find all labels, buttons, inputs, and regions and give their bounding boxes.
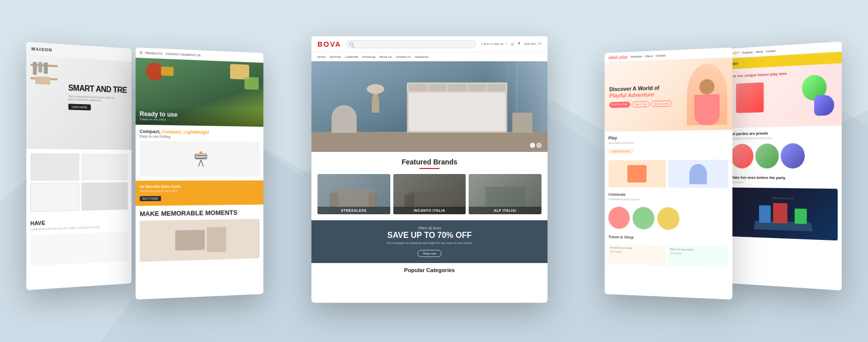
kids-hero: Discover A World of Playful Adventure Fi… [605, 58, 732, 132]
card-bbq[interactable]: ☰ PRODUCTS CONTACT US/ABOUT US Ready to … [136, 47, 263, 299]
bbq-buy-btn[interactable]: BUY IT NOW [140, 196, 161, 202]
kids-hero-title: Discover A World of Playful Adventure [609, 84, 687, 100]
bova-dot-2[interactable] [536, 143, 541, 148]
bova-featured-title: Featured Brands [317, 158, 541, 166]
kids-btn-1[interactable]: Find Play Zone [609, 102, 630, 108]
maison-cta-btn[interactable]: LEARN MORE [68, 104, 91, 110]
card-party[interactable]: INDY Products About Contact DAY! For our… [727, 41, 841, 290]
bova-logo: BOVA [317, 40, 341, 48]
bova-hero [311, 61, 548, 152]
kids-ideal-expression: ideal Expression [608, 149, 633, 154]
kids-nav-1[interactable]: Products [631, 55, 642, 58]
party-nav-2[interactable]: About [755, 50, 763, 53]
bova-brand-alf[interactable]: ALF ITALIA! [469, 174, 541, 214]
card-maison[interactable]: MAISON SMART AND TRE Text of paragraphs … [26, 42, 131, 290]
svg-point-8 [199, 151, 202, 154]
bova-popular-title: Popular Categories [317, 267, 541, 273]
party-nav-1[interactable]: Products [742, 50, 753, 54]
svg-line-7 [201, 160, 203, 166]
bova-shop-btn[interactable]: Shop now [417, 250, 442, 257]
bova-login-text: Log in or sign up [481, 42, 503, 46]
bova-location-icon: 📍 [517, 42, 521, 46]
kids-nav-3[interactable]: Contact [656, 54, 666, 57]
party-circles [727, 143, 841, 172]
bova-nav-about[interactable]: About Us [379, 55, 392, 58]
kids-nav-2[interactable]: About [645, 54, 653, 58]
bova-brand-grid: STRESSLESS INCANTO ITALIA ALF ITALIA! [317, 174, 541, 214]
bbq-bottom: MAKE MEMORABLE MOMENTS [136, 205, 263, 267]
bova-popular-section: Popular Categories [311, 263, 548, 277]
svg-line-6 [198, 160, 201, 166]
bbq-orange-banner: No Mess/No Extra Costs Find the best gri… [136, 181, 263, 206]
bova-offers-sub: Offers @ Bova [317, 226, 541, 230]
party-nav-3[interactable]: Contact [766, 49, 776, 52]
maison-hero-text: SMART AND TRE Text of paragraphs lorem i… [68, 83, 127, 111]
kids-circle-row [605, 204, 732, 234]
bova-offers-main: SAVE UP TO 70% OFF [317, 231, 541, 240]
kids-hero-btns: Find Play Zone Take a Tour More to Enjoy [609, 100, 687, 108]
bova-brand-label-stressless: STRESSLESS [317, 207, 390, 214]
bova-dot-1[interactable] [530, 143, 535, 148]
bbq-grill-icon [191, 149, 210, 169]
bova-offers-banner: Offers @ Bova SAVE UP TO 70% OFF Get a b… [311, 220, 548, 263]
party-fun-section: Make fun even before the party descripti… [727, 172, 841, 189]
party-hero: For our unique indoor play area [727, 63, 841, 128]
bova-brand-label-incanto: INCANTO ITALIA [393, 207, 466, 214]
bova-nav-services[interactable]: Services [330, 55, 341, 58]
bova-offers-desc: Get a bargain on amazing new looks for a… [317, 241, 541, 244]
bova-nav: Home Services Lookbook Financing About U… [311, 52, 548, 61]
kids-play-section: Play description text here ideal Express… [605, 130, 732, 158]
bova-brand-stressless[interactable]: STRESSLESS [317, 174, 390, 214]
maison-shelf [30, 64, 57, 85]
bova-search-icon [350, 42, 354, 46]
kids-grid [605, 157, 732, 190]
bova-featured-underline [419, 168, 440, 169]
bova-cart-icon[interactable]: 🛒 [510, 42, 515, 46]
bova-search-bar[interactable] [346, 40, 476, 48]
kids-btn-2[interactable]: Take a Tour [631, 101, 649, 108]
party-section: All parties are private description text… [727, 126, 841, 144]
kids-logo: ideal play [608, 54, 628, 60]
bova-nav-home[interactable]: Home [317, 55, 325, 58]
bbq-section: Compact, Compact, LightWeight Easy to us… [136, 125, 263, 181]
bova-carousel-dots[interactable] [530, 143, 541, 148]
bova-featured-section: Featured Brands STRESSLESS INCANTO ITALI… [311, 152, 548, 220]
kids-btn-3[interactable]: More to Enjoy [651, 101, 672, 107]
bova-nav-clearance[interactable]: Clearance [414, 55, 428, 58]
party-3d-image: Indoor Play Zone [730, 188, 837, 241]
bova-heart-icon[interactable]: ♡ [505, 42, 508, 46]
svg-rect-3 [195, 155, 206, 156]
bova-brand-label-alf: ALF ITALIA! [469, 207, 541, 214]
card-kids[interactable]: ideal play Products About Contact Discov… [605, 47, 732, 299]
bova-location-text: Little Elm, TX [523, 42, 541, 46]
kids-text-grid: All parties are private description Make… [605, 242, 732, 272]
bova-nav-financing[interactable]: Financing [362, 55, 375, 58]
maison-hero: SMART AND TRE Text of paragraphs lorem i… [26, 56, 131, 150]
portfolio-scene: MAISON SMART AND TRE Text of paragraphs … [0, 0, 868, 342]
bova-header: BOVA Log in or sign up ♡ 🛒 📍 Little Elm,… [311, 36, 548, 52]
bova-header-icons: Log in or sign up ♡ 🛒 📍 Little Elm, TX [481, 42, 541, 46]
card-bova[interactable]: BOVA Log in or sign up ♡ 🛒 📍 Little Elm,… [311, 36, 548, 303]
kids-hero-img [687, 63, 727, 125]
bova-nav-lookbook[interactable]: Lookbook [345, 55, 358, 58]
bova-nav-contact[interactable]: Contact Us [396, 55, 411, 58]
kids-celebrate: Celebrate Celebration party options [605, 189, 732, 205]
bbq-hero: Ready to use 3 easy to use clicks [136, 58, 263, 127]
bova-brand-incanto[interactable]: INCANTO ITALIA [393, 174, 466, 214]
